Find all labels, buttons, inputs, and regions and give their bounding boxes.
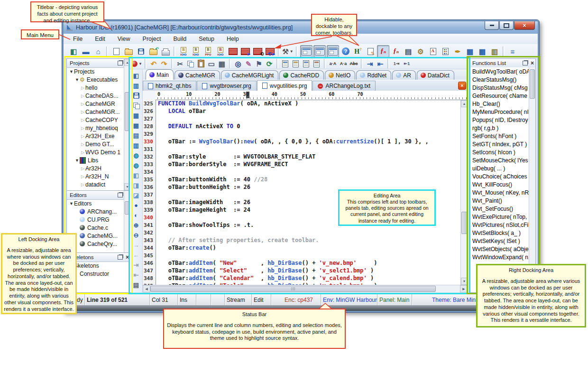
- layout-tile-button[interactable]: ▩: [130, 121, 142, 130]
- expand-icon[interactable]: ▷: [80, 182, 85, 187]
- expand-icon[interactable]: ▷: [80, 134, 85, 139]
- globe-alt-button[interactable]: ◐: [130, 211, 142, 220]
- project-group-executables[interactable]: ▼⚙Executables: [67, 75, 124, 84]
- form-editor-button[interactable]: ▦: [464, 46, 476, 57]
- minimize-button[interactable]: [485, 21, 499, 30]
- file-tab-archangelog.txt[interactable]: –ARChangeLog.txt: [312, 81, 376, 91]
- new-file-button[interactable]: [110, 46, 122, 57]
- panel-tab-main[interactable]: Main: [146, 69, 174, 80]
- function-list-item[interactable]: Wvt_KillFocus(): [469, 180, 529, 188]
- menu-file[interactable]: File: [68, 35, 87, 43]
- find-button[interactable]: ◎: [233, 59, 243, 68]
- compile-obj-button[interactable]: BIOIO: [215, 46, 226, 57]
- function-list-item[interactable]: Hb_Clear(): [469, 100, 529, 108]
- close-panel-icon[interactable]: ×: [126, 254, 129, 260]
- tools-button[interactable]: ⚒▼: [282, 46, 294, 57]
- function-list-item[interactable]: WvtWindowExpand( n...: [469, 253, 529, 261]
- panel-tab-cachemgr[interactable]: CacheMGR: [175, 70, 220, 80]
- harbour-help-button[interactable]: H?: [352, 46, 364, 57]
- collapse-icon[interactable]: ▼: [69, 201, 74, 206]
- build-launch-button[interactable]: ►: [239, 46, 251, 57]
- save-layout-button[interactable]: [130, 91, 142, 100]
- layout-grid-button[interactable]: ▦: [130, 111, 142, 120]
- home-button[interactable]: ⌂: [92, 46, 104, 57]
- menu-setup[interactable]: Setup: [194, 35, 219, 43]
- projects-root[interactable]: ▼Projects: [67, 67, 124, 75]
- number-off-button[interactable]: ⇤1: [402, 59, 412, 68]
- function-list-item[interactable]: WvtSetKeys( lSet ): [469, 237, 529, 245]
- mark-blue-2-button[interactable]: [302, 59, 311, 68]
- menu-view[interactable]: View: [113, 35, 135, 43]
- pane-left-button[interactable]: ◧: [130, 171, 142, 180]
- function-list-item[interactable]: DispStatusMsg( cMsg ): [469, 84, 529, 92]
- scroll-down-icon[interactable]: ▼: [461, 278, 468, 285]
- collapse-icon[interactable]: ▼: [74, 158, 80, 163]
- export-table-button[interactable]: ▥: [489, 46, 500, 57]
- function-list-item[interactable]: Wvt_Paint(): [469, 197, 529, 205]
- scroll-left-icon[interactable]: ◀: [143, 285, 150, 292]
- expand-icon[interactable]: ▷: [80, 174, 85, 179]
- functions-alt-button[interactable]: ƒn: [390, 46, 402, 57]
- project-item[interactable]: ▷CacheDAS...: [67, 92, 124, 100]
- mark-blue-button[interactable]: [281, 59, 290, 68]
- close-panel-icon[interactable]: ×: [531, 60, 534, 66]
- project-item[interactable]: ▷CacheMGR: [67, 100, 124, 108]
- zoom-out-button[interactable]: ⊖: [130, 231, 142, 240]
- panel-tab-ar[interactable]: AR: [392, 70, 416, 80]
- expand-icon[interactable]: ▷: [80, 150, 85, 155]
- editor-item[interactable]: Cache.c: [67, 224, 124, 232]
- cut-button[interactable]: ✂: [175, 59, 185, 68]
- rebuild-button[interactable]: ⟲: [252, 46, 263, 57]
- bookmark-button[interactable]: ⚑: [254, 59, 264, 68]
- indent-right-button[interactable]: ⇥: [365, 59, 375, 68]
- project-item[interactable]: ▷CacheCOPY: [67, 116, 124, 124]
- panel-tab-cachemgrlight[interactable]: CacheMGRLight: [221, 70, 279, 80]
- to-lower-button[interactable]: A·a: [339, 59, 348, 68]
- scroll-up-icon[interactable]: ▲: [461, 100, 468, 107]
- browse-online-button[interactable]: ◍: [130, 151, 142, 160]
- function-list-item[interactable]: WvtPictures( nSlot,cFil...: [469, 221, 529, 229]
- function-list-item[interactable]: GetResource( cName ): [469, 92, 529, 100]
- duplicate-view-button[interactable]: [130, 101, 142, 110]
- split-vert-button[interactable]: ▥: [130, 81, 142, 90]
- project-item[interactable]: ▷my_hbnetioq: [67, 124, 124, 132]
- mark-brown-button[interactable]: [312, 59, 322, 68]
- number-on-button[interactable]: 1⇥: [392, 59, 401, 68]
- editors-scrollbar[interactable]: [124, 191, 130, 253]
- function-list-item[interactable]: SetIcons( hIcon ): [469, 148, 529, 156]
- panel-tab-rddnet[interactable]: RddNet: [356, 70, 391, 80]
- globe-button[interactable]: ●: [130, 201, 142, 210]
- float-panel-icon[interactable]: [523, 61, 528, 66]
- nav-prev-button[interactable]: ←: [130, 251, 142, 260]
- layout-rows-button[interactable]: ▤: [130, 131, 142, 140]
- file-tab-hbmk2_qt.hbs[interactable]: hbmk2_qt.hbs: [143, 81, 196, 91]
- function-list-item[interactable]: SetGT( nIndex, pGT ): [469, 140, 529, 148]
- project-item[interactable]: ▷WVG Demo 1: [67, 148, 124, 156]
- close-tab-button[interactable]: ×: [458, 82, 466, 90]
- pane-right-button[interactable]: ◨: [130, 181, 142, 190]
- indent-left-button[interactable]: ⇤: [376, 59, 385, 68]
- functions-scrollbar[interactable]: [529, 67, 535, 292]
- expand-icon[interactable]: ▷: [80, 118, 85, 122]
- expand-icon[interactable]: ▷: [80, 126, 85, 131]
- collapse-icon[interactable]: ▼: [69, 69, 74, 74]
- save-file-button[interactable]: [135, 46, 147, 57]
- zoom-in-button[interactable]: ⊕: [130, 221, 142, 230]
- select-block-button[interactable]: ▦: [217, 59, 227, 68]
- function-list-item[interactable]: SetFonts( hFont ): [469, 132, 529, 140]
- undo-button[interactable]: ↶: [149, 59, 158, 68]
- syntax-doc-button[interactable]: [427, 46, 439, 57]
- view-log-button[interactable]: ▤: [130, 281, 142, 290]
- settings-button[interactable]: ⚙: [415, 46, 426, 57]
- file-tab-wvgutilities.prg[interactable]: wvgutilities.prg: [257, 80, 312, 91]
- function-list-item[interactable]: Wvt_SetFocus(): [469, 205, 529, 213]
- redo-button[interactable]: ↷: [159, 59, 169, 68]
- expand-icon[interactable]: ▷: [80, 94, 85, 98]
- panel-theme-button[interactable]: ▼: [131, 59, 142, 68]
- panel-tab-cacherdd[interactable]: CacheRDD: [279, 70, 324, 80]
- function-list-item[interactable]: VouChoice( aChoices ): [469, 172, 529, 180]
- select-rect-button[interactable]: ▭: [207, 59, 216, 68]
- replace-button[interactable]: ✎: [244, 59, 253, 68]
- float-panel-icon[interactable]: [118, 61, 123, 66]
- editor-vertical-scrollbar[interactable]: ▲ ▼: [460, 100, 468, 285]
